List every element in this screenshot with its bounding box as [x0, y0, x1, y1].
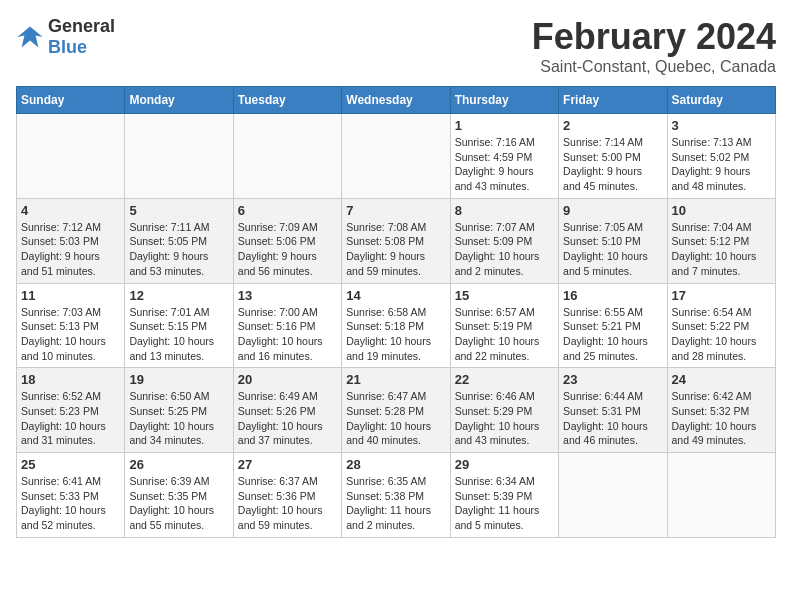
- logo: General Blue: [16, 16, 115, 58]
- day-number: 7: [346, 203, 445, 218]
- calendar-day-cell: 8Sunrise: 7:07 AM Sunset: 5:09 PM Daylig…: [450, 198, 558, 283]
- day-info: Sunrise: 6:58 AM Sunset: 5:18 PM Dayligh…: [346, 305, 445, 364]
- day-info: Sunrise: 6:34 AM Sunset: 5:39 PM Dayligh…: [455, 474, 554, 533]
- calendar-day-cell: 1Sunrise: 7:16 AM Sunset: 4:59 PM Daylig…: [450, 114, 558, 199]
- day-info: Sunrise: 6:50 AM Sunset: 5:25 PM Dayligh…: [129, 389, 228, 448]
- page-header: General Blue February 2024 Saint-Constan…: [16, 16, 776, 76]
- calendar-day-cell: 24Sunrise: 6:42 AM Sunset: 5:32 PM Dayli…: [667, 368, 775, 453]
- calendar-day-cell: 11Sunrise: 7:03 AM Sunset: 5:13 PM Dayli…: [17, 283, 125, 368]
- day-info: Sunrise: 6:49 AM Sunset: 5:26 PM Dayligh…: [238, 389, 337, 448]
- calendar-day-cell: [342, 114, 450, 199]
- day-number: 3: [672, 118, 771, 133]
- day-number: 10: [672, 203, 771, 218]
- calendar-day-cell: 19Sunrise: 6:50 AM Sunset: 5:25 PM Dayli…: [125, 368, 233, 453]
- weekday-header: Tuesday: [233, 87, 341, 114]
- day-number: 14: [346, 288, 445, 303]
- day-number: 25: [21, 457, 120, 472]
- day-info: Sunrise: 6:37 AM Sunset: 5:36 PM Dayligh…: [238, 474, 337, 533]
- weekday-header: Friday: [559, 87, 667, 114]
- day-info: Sunrise: 7:12 AM Sunset: 5:03 PM Dayligh…: [21, 220, 120, 279]
- calendar-week-row: 11Sunrise: 7:03 AM Sunset: 5:13 PM Dayli…: [17, 283, 776, 368]
- calendar-day-cell: 13Sunrise: 7:00 AM Sunset: 5:16 PM Dayli…: [233, 283, 341, 368]
- weekday-header: Thursday: [450, 87, 558, 114]
- day-number: 6: [238, 203, 337, 218]
- day-info: Sunrise: 7:13 AM Sunset: 5:02 PM Dayligh…: [672, 135, 771, 194]
- day-number: 24: [672, 372, 771, 387]
- day-number: 1: [455, 118, 554, 133]
- calendar-day-cell: 7Sunrise: 7:08 AM Sunset: 5:08 PM Daylig…: [342, 198, 450, 283]
- day-number: 28: [346, 457, 445, 472]
- day-number: 4: [21, 203, 120, 218]
- calendar-week-row: 18Sunrise: 6:52 AM Sunset: 5:23 PM Dayli…: [17, 368, 776, 453]
- day-number: 8: [455, 203, 554, 218]
- day-info: Sunrise: 7:03 AM Sunset: 5:13 PM Dayligh…: [21, 305, 120, 364]
- day-info: Sunrise: 6:44 AM Sunset: 5:31 PM Dayligh…: [563, 389, 662, 448]
- calendar-day-cell: 27Sunrise: 6:37 AM Sunset: 5:36 PM Dayli…: [233, 453, 341, 538]
- calendar-day-cell: 18Sunrise: 6:52 AM Sunset: 5:23 PM Dayli…: [17, 368, 125, 453]
- day-info: Sunrise: 6:46 AM Sunset: 5:29 PM Dayligh…: [455, 389, 554, 448]
- day-info: Sunrise: 7:07 AM Sunset: 5:09 PM Dayligh…: [455, 220, 554, 279]
- calendar-day-cell: 14Sunrise: 6:58 AM Sunset: 5:18 PM Dayli…: [342, 283, 450, 368]
- day-info: Sunrise: 6:52 AM Sunset: 5:23 PM Dayligh…: [21, 389, 120, 448]
- calendar-day-cell: 25Sunrise: 6:41 AM Sunset: 5:33 PM Dayli…: [17, 453, 125, 538]
- logo-icon: [16, 23, 44, 51]
- weekday-header: Saturday: [667, 87, 775, 114]
- calendar-day-cell: 15Sunrise: 6:57 AM Sunset: 5:19 PM Dayli…: [450, 283, 558, 368]
- day-number: 21: [346, 372, 445, 387]
- logo-text-general: General: [48, 16, 115, 36]
- day-info: Sunrise: 7:16 AM Sunset: 4:59 PM Dayligh…: [455, 135, 554, 194]
- month-title: February 2024: [532, 16, 776, 58]
- day-info: Sunrise: 6:57 AM Sunset: 5:19 PM Dayligh…: [455, 305, 554, 364]
- calendar-day-cell: 4Sunrise: 7:12 AM Sunset: 5:03 PM Daylig…: [17, 198, 125, 283]
- calendar-day-cell: 10Sunrise: 7:04 AM Sunset: 5:12 PM Dayli…: [667, 198, 775, 283]
- day-number: 12: [129, 288, 228, 303]
- weekday-header-row: SundayMondayTuesdayWednesdayThursdayFrid…: [17, 87, 776, 114]
- calendar-day-cell: 20Sunrise: 6:49 AM Sunset: 5:26 PM Dayli…: [233, 368, 341, 453]
- day-info: Sunrise: 6:42 AM Sunset: 5:32 PM Dayligh…: [672, 389, 771, 448]
- day-number: 15: [455, 288, 554, 303]
- calendar-week-row: 25Sunrise: 6:41 AM Sunset: 5:33 PM Dayli…: [17, 453, 776, 538]
- day-info: Sunrise: 7:14 AM Sunset: 5:00 PM Dayligh…: [563, 135, 662, 194]
- calendar-day-cell: 12Sunrise: 7:01 AM Sunset: 5:15 PM Dayli…: [125, 283, 233, 368]
- calendar-day-cell: 2Sunrise: 7:14 AM Sunset: 5:00 PM Daylig…: [559, 114, 667, 199]
- logo-text-blue: Blue: [48, 37, 87, 57]
- day-number: 23: [563, 372, 662, 387]
- calendar-day-cell: [667, 453, 775, 538]
- svg-marker-0: [17, 27, 42, 48]
- day-number: 9: [563, 203, 662, 218]
- calendar-day-cell: 23Sunrise: 6:44 AM Sunset: 5:31 PM Dayli…: [559, 368, 667, 453]
- day-info: Sunrise: 7:11 AM Sunset: 5:05 PM Dayligh…: [129, 220, 228, 279]
- day-number: 27: [238, 457, 337, 472]
- day-info: Sunrise: 6:41 AM Sunset: 5:33 PM Dayligh…: [21, 474, 120, 533]
- day-info: Sunrise: 7:09 AM Sunset: 5:06 PM Dayligh…: [238, 220, 337, 279]
- calendar-day-cell: [233, 114, 341, 199]
- day-info: Sunrise: 7:01 AM Sunset: 5:15 PM Dayligh…: [129, 305, 228, 364]
- calendar-table: SundayMondayTuesdayWednesdayThursdayFrid…: [16, 86, 776, 538]
- calendar-day-cell: [559, 453, 667, 538]
- day-info: Sunrise: 6:54 AM Sunset: 5:22 PM Dayligh…: [672, 305, 771, 364]
- weekday-header: Monday: [125, 87, 233, 114]
- day-number: 13: [238, 288, 337, 303]
- weekday-header: Wednesday: [342, 87, 450, 114]
- day-info: Sunrise: 7:04 AM Sunset: 5:12 PM Dayligh…: [672, 220, 771, 279]
- day-info: Sunrise: 7:00 AM Sunset: 5:16 PM Dayligh…: [238, 305, 337, 364]
- day-number: 5: [129, 203, 228, 218]
- day-info: Sunrise: 6:35 AM Sunset: 5:38 PM Dayligh…: [346, 474, 445, 533]
- calendar-day-cell: 21Sunrise: 6:47 AM Sunset: 5:28 PM Dayli…: [342, 368, 450, 453]
- calendar-day-cell: [125, 114, 233, 199]
- location-title: Saint-Constant, Quebec, Canada: [532, 58, 776, 76]
- calendar-day-cell: 16Sunrise: 6:55 AM Sunset: 5:21 PM Dayli…: [559, 283, 667, 368]
- day-number: 2: [563, 118, 662, 133]
- day-number: 22: [455, 372, 554, 387]
- day-info: Sunrise: 7:08 AM Sunset: 5:08 PM Dayligh…: [346, 220, 445, 279]
- day-info: Sunrise: 7:05 AM Sunset: 5:10 PM Dayligh…: [563, 220, 662, 279]
- title-section: February 2024 Saint-Constant, Quebec, Ca…: [532, 16, 776, 76]
- calendar-week-row: 1Sunrise: 7:16 AM Sunset: 4:59 PM Daylig…: [17, 114, 776, 199]
- day-number: 11: [21, 288, 120, 303]
- day-number: 18: [21, 372, 120, 387]
- calendar-day-cell: 29Sunrise: 6:34 AM Sunset: 5:39 PM Dayli…: [450, 453, 558, 538]
- calendar-day-cell: 26Sunrise: 6:39 AM Sunset: 5:35 PM Dayli…: [125, 453, 233, 538]
- day-number: 19: [129, 372, 228, 387]
- day-number: 17: [672, 288, 771, 303]
- calendar-day-cell: 6Sunrise: 7:09 AM Sunset: 5:06 PM Daylig…: [233, 198, 341, 283]
